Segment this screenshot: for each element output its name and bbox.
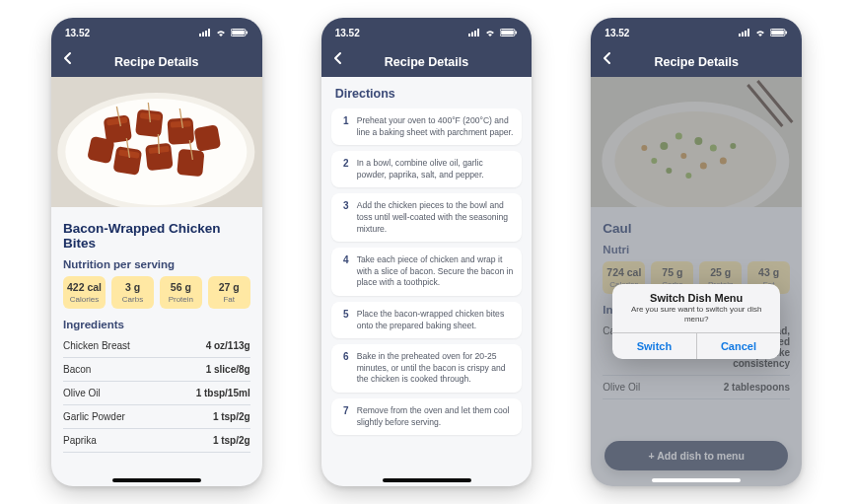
svg-rect-6: [246, 31, 248, 34]
battery-icon: [500, 28, 518, 38]
nutrition-row: 422 calCalories 3 gCarbs 56 gProtein 27 …: [63, 276, 250, 309]
signal-icon: [468, 28, 480, 38]
nutrition-heading: Nutrition per serving: [63, 258, 250, 270]
svg-rect-41: [771, 30, 784, 35]
home-indicator[interactable]: [652, 478, 741, 482]
svg-point-50: [681, 153, 687, 159]
status-bar: 13.52: [51, 18, 262, 47]
nutrition-carbs: 3 gCarbs: [111, 276, 154, 309]
ingredient-row: Olive Oil1 tbsp/15ml: [63, 382, 250, 405]
svg-point-52: [667, 168, 673, 174]
svg-rect-37: [742, 32, 744, 36]
content-area[interactable]: Directions 1Preheat your oven to 400°F (…: [321, 77, 533, 486]
directions-heading: Directions: [321, 77, 533, 103]
ingredient-row: Paprika1 tsp/2g: [63, 429, 250, 453]
back-button[interactable]: [331, 51, 345, 68]
svg-point-56: [686, 173, 692, 179]
wifi-icon: [484, 28, 496, 38]
svg-rect-35: [516, 31, 518, 34]
recipe-hero-image: [51, 77, 262, 207]
nav-bar: Recipe Details: [591, 47, 802, 77]
svg-point-55: [731, 143, 737, 149]
direction-step: 1Preheat your oven to 400°F (200°C) and …: [331, 108, 523, 145]
nav-title: Recipe Details: [385, 55, 468, 69]
svg-point-57: [642, 145, 648, 151]
battery-icon: [770, 28, 788, 38]
svg-rect-39: [747, 29, 749, 36]
svg-rect-3: [208, 29, 210, 36]
direction-step: 7Remove from the oven and let them cool …: [331, 398, 523, 435]
direction-step: 6Bake in the preheated oven for 20-25 mi…: [331, 344, 523, 393]
svg-rect-36: [739, 34, 741, 36]
phone-screen-2: 13.52 Recipe Details Directions 1Preheat…: [321, 18, 533, 486]
alert-switch-button[interactable]: Switch: [612, 333, 696, 359]
content-area[interactable]: Caul Nutri 724 calCalories 75 gCarbs 25 …: [591, 77, 802, 486]
svg-rect-38: [745, 31, 746, 36]
status-icons: [199, 28, 249, 38]
wifi-icon: [215, 28, 227, 38]
status-time: 13.52: [604, 28, 629, 38]
ingredients-heading: Ingredients: [63, 319, 250, 330]
svg-point-45: [615, 111, 777, 207]
svg-rect-17: [87, 136, 114, 164]
svg-rect-16: [193, 124, 221, 152]
nav-bar: Recipe Details: [51, 47, 262, 77]
svg-point-53: [720, 158, 727, 165]
alert-cancel-button[interactable]: Cancel: [696, 333, 781, 359]
svg-rect-42: [786, 31, 788, 34]
svg-point-46: [661, 142, 669, 150]
signal-icon: [739, 28, 750, 38]
recipe-title: Bacon-Wrapped Chicken Bites: [63, 221, 250, 251]
recipe-hero-image: [591, 77, 802, 207]
svg-rect-1: [202, 32, 204, 36]
svg-point-47: [675, 133, 682, 140]
svg-point-54: [652, 158, 658, 164]
svg-point-49: [710, 145, 717, 152]
direction-step: 2In a bowl, combine olive oil, garlic po…: [331, 151, 523, 187]
recipe-title: Caul: [603, 221, 790, 236]
direction-step: 4Take each piece of chicken and wrap it …: [331, 248, 523, 296]
svg-rect-31: [474, 31, 476, 36]
home-indicator[interactable]: [112, 478, 201, 482]
alert-title: Switch Dish Menu: [612, 284, 780, 305]
nutrition-heading: Nutri: [603, 244, 790, 255]
status-time: 13.52: [65, 28, 90, 38]
nutrition-fat: 27 gFat: [208, 276, 250, 309]
add-dish-button[interactable]: + Add dish to menu: [604, 441, 788, 470]
svg-rect-2: [205, 31, 207, 36]
status-time: 13.52: [335, 28, 360, 38]
phone-screen-3: 13.52 Recipe Details: [591, 18, 802, 486]
home-indicator[interactable]: [383, 478, 471, 482]
svg-rect-13: [112, 146, 142, 176]
back-button[interactable]: [601, 51, 614, 68]
nav-title: Recipe Details: [654, 55, 738, 69]
ingredient-row: Bacon1 slice/8g: [63, 358, 250, 382]
content-area[interactable]: Bacon-Wrapped Chicken Bites Nutrition pe…: [51, 77, 262, 486]
direction-step: 5Place the bacon-wrapped chicken bites o…: [331, 302, 523, 338]
signal-icon: [199, 28, 211, 38]
phone-screen-1: 13.52 Recipe Details: [51, 18, 262, 486]
nutrition-protein: 56 gProtein: [160, 276, 202, 309]
nutrition-calories: 422 calCalories: [63, 276, 106, 309]
nav-title: Recipe Details: [114, 55, 198, 69]
status-icons: [739, 28, 788, 38]
wifi-icon: [754, 28, 766, 38]
status-bar: 13.52: [591, 18, 802, 47]
svg-rect-29: [468, 34, 470, 36]
alert-message: Are you sure want to switch your dish me…: [612, 305, 780, 332]
ingredient-row: Garlic Powder1 tsp/2g: [63, 405, 250, 429]
ingredient-row: Chicken Breast4 oz/113g: [63, 334, 250, 358]
ingredient-row: Olive Oil2 tablespoons: [603, 376, 790, 399]
battery-icon: [231, 28, 249, 38]
switch-dish-alert: Switch Dish Menu Are you sure want to sw…: [612, 284, 780, 359]
direction-step: 3Add the chicken pieces to the bowl and …: [331, 193, 523, 242]
svg-rect-15: [177, 149, 204, 177]
svg-rect-5: [232, 30, 245, 35]
back-button[interactable]: [61, 51, 75, 68]
svg-rect-30: [471, 32, 473, 36]
nav-bar: Recipe Details: [321, 47, 533, 77]
svg-point-51: [700, 163, 707, 170]
svg-rect-32: [477, 29, 479, 36]
svg-rect-34: [502, 30, 515, 35]
status-bar: 13.52: [321, 18, 533, 47]
